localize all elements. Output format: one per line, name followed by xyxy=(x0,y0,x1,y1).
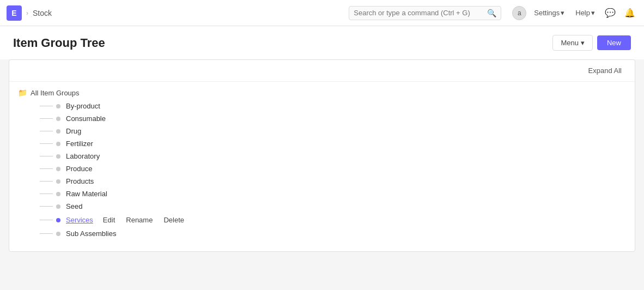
search-icon: 🔍 xyxy=(487,9,496,17)
list-item[interactable]: By-product xyxy=(38,100,626,112)
search-input[interactable] xyxy=(354,9,487,17)
app-icon: E xyxy=(7,5,22,21)
page-header: Item Group Tree Menu ▾ New xyxy=(0,26,644,59)
item-dot xyxy=(56,167,60,171)
connector-line xyxy=(40,143,53,144)
context-menu-edit[interactable]: Edit xyxy=(101,215,117,225)
notifications-button[interactable]: 🔔 xyxy=(622,5,637,20)
connector-line xyxy=(40,206,53,207)
item-dot xyxy=(56,232,60,236)
search-bar: 🔍 xyxy=(349,6,501,20)
tree-toolbar: Expand All xyxy=(9,60,635,82)
tree-body: 📁 All Item Groups By-product Consumable xyxy=(9,82,635,251)
context-menu: Edit Rename Delete xyxy=(101,215,186,225)
item-dot xyxy=(56,204,60,209)
connector-line xyxy=(40,131,53,131)
connector-line xyxy=(40,220,53,220)
context-menu-rename[interactable]: Rename xyxy=(124,215,155,225)
item-dot xyxy=(56,117,60,121)
list-item[interactable]: Fertilizer xyxy=(38,138,626,149)
list-item[interactable]: Drug xyxy=(38,125,626,137)
navbar: E › Stock 🔍 a Settings ▾ Help ▾ 💬 🔔 xyxy=(0,0,644,26)
connector-line xyxy=(40,168,53,169)
bell-icon: 🔔 xyxy=(624,8,635,18)
connector-line xyxy=(40,194,53,194)
list-item[interactable]: Products xyxy=(38,176,626,187)
connector-line xyxy=(40,233,53,234)
connector-line xyxy=(40,181,53,182)
nav-module-label: Stock xyxy=(33,9,52,17)
item-dot xyxy=(56,129,60,134)
chat-icon-button[interactable]: 💬 xyxy=(603,5,618,20)
list-item[interactable]: Raw Material xyxy=(38,188,626,200)
item-dot-selected xyxy=(56,218,60,222)
connector-line xyxy=(40,118,53,119)
services-label[interactable]: Services xyxy=(66,216,93,224)
tree-container: Expand All 📁 All Item Groups By-product … xyxy=(9,59,635,252)
list-item[interactable]: Sub Assemblies xyxy=(38,228,626,239)
expand-all-button[interactable]: Expand All xyxy=(584,64,626,77)
avatar: a xyxy=(512,6,526,20)
list-item[interactable]: Consumable xyxy=(38,113,626,124)
list-item[interactable]: Laboratory xyxy=(38,150,626,162)
chat-icon: 💬 xyxy=(605,8,616,18)
root-item[interactable]: 📁 All Item Groups xyxy=(18,88,626,97)
nav-right-controls: a Settings ▾ Help ▾ 💬 🔔 xyxy=(512,5,637,20)
new-button[interactable]: New xyxy=(597,35,631,50)
connector-line xyxy=(40,156,53,156)
connector-line xyxy=(40,106,53,106)
item-dot xyxy=(56,154,60,159)
item-dot xyxy=(56,142,60,146)
context-menu-delete[interactable]: Delete xyxy=(161,215,186,225)
item-dot xyxy=(56,179,60,184)
list-item[interactable]: Seed xyxy=(38,201,626,212)
menu-button[interactable]: Menu ▾ xyxy=(552,35,593,51)
header-actions: Menu ▾ New xyxy=(552,35,631,51)
tree-children: By-product Consumable Drug Fertilizer xyxy=(18,100,626,239)
item-dot xyxy=(56,104,60,108)
help-button[interactable]: Help ▾ xyxy=(572,7,598,19)
folder-icon: 📁 xyxy=(18,88,27,97)
item-dot xyxy=(56,192,60,196)
nav-chevron: › xyxy=(26,9,28,17)
root-label: All Item Groups xyxy=(31,89,80,97)
settings-button[interactable]: Settings ▾ xyxy=(531,7,568,19)
list-item-services[interactable]: Services Edit Rename Delete xyxy=(38,213,626,227)
page-title: Item Group Tree xyxy=(13,36,105,50)
list-item[interactable]: Produce xyxy=(38,163,626,174)
